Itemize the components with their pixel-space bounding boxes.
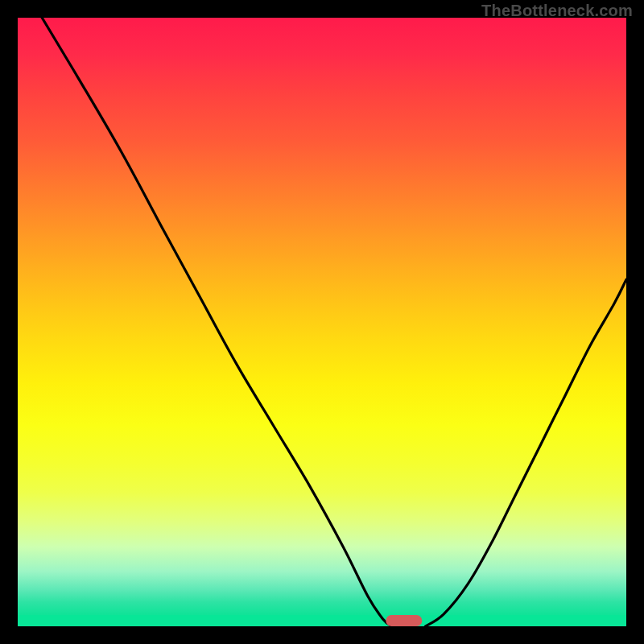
plot-area xyxy=(18,18,626,626)
watermark-text: TheBottleneck.com xyxy=(481,2,633,20)
optimal-marker xyxy=(386,615,422,626)
chart-frame: TheBottleneck.com xyxy=(0,0,644,644)
bottleneck-curve xyxy=(18,18,626,626)
curve-left-path xyxy=(42,18,392,626)
curve-right-path xyxy=(426,279,627,626)
